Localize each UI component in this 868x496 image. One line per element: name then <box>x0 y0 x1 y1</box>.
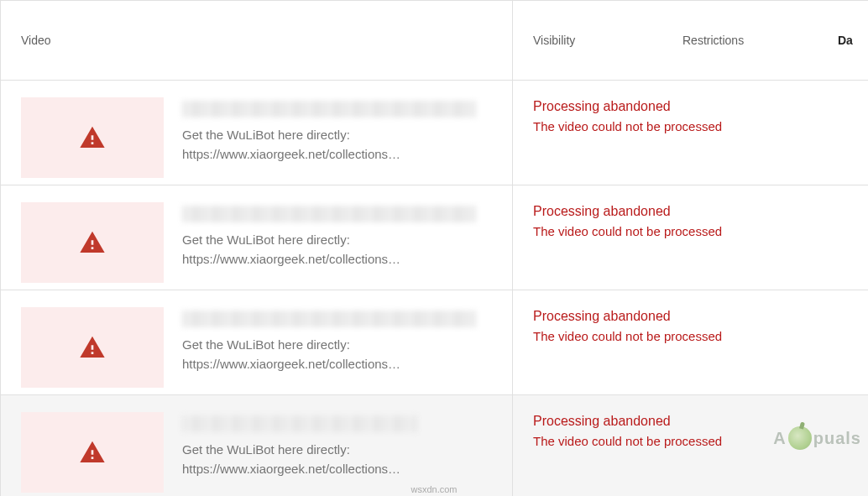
header-visibility-col[interactable]: Visibility <box>513 1 672 80</box>
header-video-label: Video <box>21 34 51 47</box>
status-title: Processing abandoned <box>533 309 845 324</box>
video-description: Get the WuLiBot here directly: https://w… <box>182 231 492 269</box>
table-row[interactable]: Get the WuLiBot here directly: https://w… <box>1 185 868 290</box>
status-cell: Processing abandoned The video could not… <box>513 81 865 185</box>
video-description: Get the WuLiBot here directly: https://w… <box>182 441 492 478</box>
video-description: Get the WuLiBot here directly: https://w… <box>182 336 492 373</box>
table-row[interactable]: Get the WuLiBot here directly: https://w… <box>1 81 868 185</box>
video-info: Get the WuLiBot here directly: https://w… <box>182 97 492 164</box>
video-thumbnail[interactable] <box>21 412 164 493</box>
video-thumbnail[interactable] <box>21 202 164 283</box>
video-thumbnail[interactable] <box>21 97 164 178</box>
header-restrictions-col[interactable]: Restrictions <box>672 1 828 80</box>
header-restrictions-label: Restrictions <box>682 34 744 47</box>
warning-icon <box>79 334 106 361</box>
video-description: Get the WuLiBot here directly: https://w… <box>182 126 492 164</box>
status-subtitle: The video could not be processed <box>533 329 845 343</box>
status-title: Processing abandoned <box>533 414 845 429</box>
warning-icon <box>79 229 106 256</box>
status-title: Processing abandoned <box>533 99 845 114</box>
status-cell: Processing abandoned The video could not… <box>513 185 865 290</box>
header-date-label: Da <box>838 34 853 47</box>
video-table: Video Visibility Restrictions Da Get the… <box>0 0 868 496</box>
header-visibility-label: Visibility <box>533 34 575 47</box>
video-info: Get the WuLiBot here directly: https://w… <box>182 412 492 478</box>
warning-icon <box>79 124 106 151</box>
video-title-redacted <box>182 206 476 222</box>
video-thumbnail[interactable] <box>21 307 164 388</box>
status-title: Processing abandoned <box>533 204 845 219</box>
table-row[interactable]: Get the WuLiBot here directly: https://w… <box>1 395 868 496</box>
video-cell: Get the WuLiBot here directly: https://w… <box>1 290 513 394</box>
video-info: Get the WuLiBot here directly: https://w… <box>182 307 492 373</box>
header-video-col[interactable]: Video <box>1 1 513 80</box>
status-subtitle: The video could not be processed <box>533 119 845 133</box>
status-cell: Processing abandoned The video could not… <box>513 395 865 496</box>
table-header: Video Visibility Restrictions Da <box>1 1 868 81</box>
warning-icon <box>79 439 106 466</box>
status-cell: Processing abandoned The video could not… <box>513 290 865 394</box>
video-info: Get the WuLiBot here directly: https://w… <box>182 202 492 269</box>
video-title-redacted <box>182 311 476 327</box>
video-title-redacted <box>182 101 476 117</box>
status-subtitle: The video could not be processed <box>533 434 845 448</box>
video-cell: Get the WuLiBot here directly: https://w… <box>1 81 513 185</box>
table-row[interactable]: Get the WuLiBot here directly: https://w… <box>1 290 868 395</box>
video-title-redacted <box>182 415 417 432</box>
header-date-col[interactable]: Da <box>828 1 868 80</box>
status-subtitle: The video could not be processed <box>533 224 845 238</box>
video-cell: Get the WuLiBot here directly: https://w… <box>1 185 513 290</box>
video-cell: Get the WuLiBot here directly: https://w… <box>1 395 513 496</box>
